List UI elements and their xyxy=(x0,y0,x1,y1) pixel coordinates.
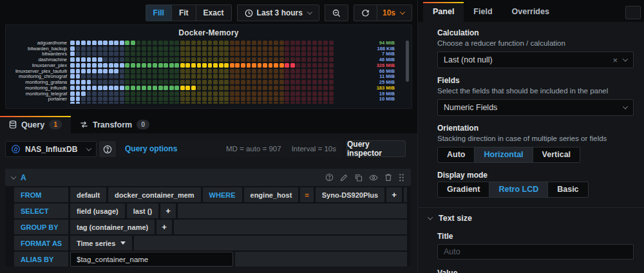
lcd-cell xyxy=(114,63,118,68)
fields-select[interactable]: Numeric Fields xyxy=(437,99,634,116)
query-groupby-row: GROUP BY tag (container_name) xyxy=(5,220,411,234)
zoom-out-button[interactable] xyxy=(325,5,348,21)
lcd-cell xyxy=(258,69,262,73)
query-row-header[interactable]: A xyxy=(5,169,411,186)
format-as-select[interactable]: Time series xyxy=(70,236,132,250)
lcd-cell xyxy=(131,74,135,79)
lcd-cell xyxy=(175,102,179,104)
orientation-auto[interactable]: Auto xyxy=(437,147,475,163)
query-format-row: FORMAT AS Time series xyxy=(5,236,411,250)
lcd-cell xyxy=(285,97,289,101)
zoom-out-group xyxy=(325,5,348,21)
select-aggregation[interactable]: last () xyxy=(127,203,158,218)
query-ref-id: A xyxy=(21,173,26,182)
lcd-cell xyxy=(153,52,157,56)
lcd-cell xyxy=(202,102,207,104)
edit-query-button[interactable] xyxy=(339,173,348,182)
from-measurement[interactable]: docker_container_mem xyxy=(108,187,201,202)
lcd-cell xyxy=(230,91,234,96)
select-keyword[interactable]: SELECT xyxy=(14,203,68,218)
chevron-down-icon xyxy=(623,104,628,109)
from-policy[interactable]: default xyxy=(70,187,106,202)
time-range-button[interactable]: Last 3 hours xyxy=(237,5,319,21)
fill-button[interactable]: Fill xyxy=(146,5,172,21)
title-size-input[interactable] xyxy=(437,244,634,259)
alias-by-input[interactable] xyxy=(70,252,233,267)
duplicate-query-button[interactable] xyxy=(354,173,363,182)
text-size-section-header[interactable]: Text size xyxy=(428,208,634,223)
delete-query-button[interactable] xyxy=(384,173,393,182)
lcd-cell xyxy=(169,57,174,62)
add-where-condition-button[interactable] xyxy=(386,187,402,202)
aliasby-keyword[interactable]: ALIAS BY xyxy=(14,252,68,267)
add-select-part-button[interactable] xyxy=(160,203,176,218)
fit-button[interactable]: Fit xyxy=(172,5,196,21)
groupby-tag[interactable]: tag (container_name) xyxy=(70,220,155,234)
lcd-cell xyxy=(285,63,289,68)
from-keyword[interactable]: FROM xyxy=(14,187,68,202)
lcd-cell xyxy=(164,57,168,62)
lcd-cell xyxy=(76,69,80,73)
query-options-toggle[interactable]: Query options xyxy=(125,144,177,153)
query-help-button[interactable] xyxy=(325,173,334,182)
display-mode-gradient[interactable]: Gradient xyxy=(437,182,489,198)
lcd-cell xyxy=(153,102,157,104)
lcd-cell xyxy=(318,46,323,51)
tab-query[interactable]: Query 1 xyxy=(0,116,71,133)
where-tag-value[interactable]: Syno-DS920Plus xyxy=(316,187,384,202)
add-groupby-button[interactable] xyxy=(156,220,172,234)
groupby-keyword[interactable]: GROUP BY xyxy=(14,220,68,234)
select-field[interactable]: field (usage) xyxy=(70,203,125,218)
lcd-cell xyxy=(76,52,80,56)
orientation-vertical[interactable]: Vertical xyxy=(533,147,580,163)
refresh-button[interactable] xyxy=(354,5,377,21)
display-mode-retro-lcd[interactable]: Retro LCD xyxy=(489,182,548,198)
orientation-horizontal[interactable]: Horizontal xyxy=(475,147,533,163)
disable-query-button[interactable] xyxy=(369,173,378,182)
display-mode-basic[interactable]: Basic xyxy=(548,182,588,198)
where-tag-key[interactable]: engine_host xyxy=(244,187,299,202)
lcd-cell xyxy=(180,41,185,45)
datasource-help-button[interactable] xyxy=(99,141,116,157)
lcd-cell xyxy=(114,52,118,56)
lcd-cell xyxy=(290,86,295,90)
datasource-picker[interactable]: NAS_InfluxDB xyxy=(5,141,97,157)
lcd-cell xyxy=(301,52,306,56)
lcd-cell xyxy=(318,69,323,73)
refresh-interval-dropdown[interactable]: 10s xyxy=(377,5,412,21)
lcd-cell xyxy=(318,86,323,90)
exact-button[interactable]: Exact xyxy=(196,5,232,21)
lcd-cell xyxy=(103,102,108,104)
lcd-cell xyxy=(147,97,152,101)
lcd-row: adguardhome94 MiB xyxy=(8,40,404,46)
drag-handle-icon[interactable] xyxy=(399,173,404,182)
lcd-cell xyxy=(252,41,256,45)
tab-panel[interactable]: Panel xyxy=(423,2,464,22)
panel-scrollbar-thumb[interactable] xyxy=(406,41,409,82)
lcd-cell xyxy=(76,80,80,84)
formatas-keyword[interactable]: FORMAT AS xyxy=(14,236,68,250)
clear-icon[interactable] xyxy=(612,54,618,66)
where-keyword[interactable]: WHERE xyxy=(203,187,242,202)
tab-transform[interactable]: Transform 0 xyxy=(71,116,158,133)
fields-value: Numeric Fields xyxy=(444,103,623,112)
calculation-select[interactable]: Last (not null) xyxy=(437,52,634,68)
lcd-cell xyxy=(87,57,91,62)
docker-memory-panel[interactable]: Docker-Memory adguardhome94 MiBbitwarden… xyxy=(5,24,412,109)
lcd-cell xyxy=(175,80,179,84)
collapse-query-icon[interactable] xyxy=(11,174,16,179)
lcd-cell xyxy=(153,57,157,62)
tab-field[interactable]: Field xyxy=(464,2,502,22)
panel-scrollbar[interactable] xyxy=(406,41,409,106)
tab-overrides[interactable]: Overrides xyxy=(502,2,559,22)
lcd-cell xyxy=(269,41,273,45)
query-inspector-button[interactable]: Query inspector xyxy=(346,140,406,157)
lcd-cell xyxy=(219,74,223,79)
collapse-sidebar-button[interactable] xyxy=(625,6,641,19)
where-operator[interactable]: = xyxy=(300,187,313,202)
query-options-meta: MD = auto = 907 Interval = 10s xyxy=(226,145,336,153)
lcd-cell xyxy=(323,46,328,51)
chevron-down-icon xyxy=(428,214,433,220)
lcd-cell xyxy=(247,102,251,104)
lcd-cell xyxy=(307,86,312,90)
